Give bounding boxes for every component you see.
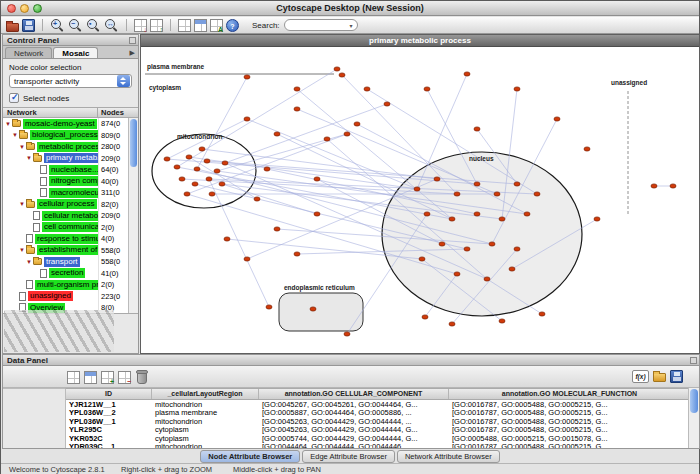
tab-edge-attribute-browser[interactable]: Edge Attribute Browser (302, 450, 395, 463)
formula-builder-icon[interactable]: f(x) (632, 370, 649, 383)
network-node[interactable] (670, 184, 676, 188)
network-node[interactable] (222, 161, 228, 165)
tree-row[interactable]: cellular metabo...209(0 (3, 210, 138, 222)
network-node[interactable] (439, 242, 445, 246)
network-node[interactable] (209, 192, 215, 196)
tree-row[interactable]: ▼biological_process809(0 (3, 130, 138, 142)
table-cell[interactable]: [GO:0044464, GO:0044444, GO:0044446, ... (259, 442, 449, 448)
network-node[interactable] (464, 247, 470, 251)
network-node[interactable] (514, 182, 520, 186)
color-attribute-dropdown[interactable]: transporter activity (9, 74, 132, 88)
unselect-all-attributes-icon[interactable] (84, 371, 97, 384)
network-node[interactable] (449, 217, 455, 221)
network-node[interactable] (206, 177, 212, 181)
select-nodes-checkbox[interactable] (9, 93, 19, 103)
network-node[interactable] (584, 147, 590, 151)
network-node[interactable] (224, 237, 230, 241)
expand-arrow-icon[interactable]: ▼ (19, 201, 25, 207)
network-node[interactable] (364, 87, 370, 91)
network-node[interactable] (264, 167, 270, 171)
tab-network[interactable]: Network (5, 47, 52, 58)
column-header[interactable]: _cellularLayoutRegion (152, 389, 259, 399)
first-neighbors-icon[interactable] (194, 19, 207, 32)
network-node[interactable] (324, 137, 330, 141)
network-node[interactable] (474, 127, 480, 131)
network-node[interactable] (294, 107, 300, 111)
open-session-icon[interactable] (6, 23, 19, 32)
network-node[interactable] (474, 182, 480, 186)
tab-mosaic[interactable]: Mosaic (53, 47, 98, 58)
network-node[interactable] (489, 242, 495, 246)
table-cell[interactable]: [GO:0016787, GO:0005488, GO:0005215, G..… (449, 442, 688, 448)
tree-row[interactable]: secretion41(0) (3, 268, 138, 280)
network-node[interactable] (244, 257, 250, 261)
expand-arrow-icon[interactable]: ▼ (19, 247, 25, 253)
network-node[interactable] (164, 157, 170, 161)
network-canvas[interactable]: plasma membranecytoplasmmitochondrionnuc… (141, 47, 699, 353)
float-panel-icon[interactable] (690, 357, 697, 364)
tree-scrollbar-thumb[interactable] (130, 119, 137, 167)
column-header[interactable]: ID (66, 389, 152, 399)
network-node[interactable] (194, 167, 200, 171)
network-node[interactable] (274, 227, 280, 231)
network-node[interactable] (499, 319, 505, 323)
network-node[interactable] (424, 212, 430, 216)
network-node[interactable] (314, 212, 320, 216)
network-node[interactable] (384, 102, 390, 106)
network-node[interactable] (651, 184, 657, 188)
network-node[interactable] (192, 182, 198, 186)
network-node[interactable] (484, 277, 490, 281)
network-node[interactable] (179, 177, 185, 181)
export-attributes-icon[interactable] (670, 370, 683, 383)
tree-row[interactable]: ▼mosaic-demo-yeast874(0 (3, 118, 138, 130)
annotation-icon[interactable]: A (210, 19, 223, 32)
network-node[interactable] (514, 87, 520, 91)
network-node[interactable] (454, 192, 460, 196)
network-node[interactable] (314, 177, 320, 181)
dropdown-arrows-icon[interactable] (117, 75, 130, 87)
network-edge[interactable] (177, 69, 337, 167)
network-node[interactable] (354, 122, 360, 126)
network-node[interactable] (509, 267, 515, 271)
search-input[interactable] (284, 19, 358, 31)
network-edge[interactable] (297, 109, 497, 194)
zoom-selected-icon[interactable]: ▪ (86, 18, 101, 33)
table-row[interactable]: YPL036W__2plasma membrane[GO:0005887, GO… (66, 409, 688, 418)
network-node[interactable] (499, 217, 505, 221)
tree-scrollbar[interactable] (128, 118, 138, 313)
network-node[interactable] (199, 147, 205, 151)
select-all-attributes-icon[interactable] (67, 371, 80, 384)
network-node[interactable] (334, 67, 340, 71)
tree-row[interactable]: response to stimul...4(0) (3, 233, 138, 245)
network-node[interactable] (310, 307, 316, 311)
tab-node-attribute-browser[interactable]: Node Attribute Browser (200, 450, 300, 463)
tree-row[interactable]: ▼metabolic process280(0 (3, 141, 138, 153)
zoom-window-icon[interactable] (33, 4, 42, 13)
network-node[interactable] (294, 252, 300, 256)
tree-row[interactable]: multi-organism pro...2(0) (3, 279, 138, 291)
table-scrollbar-thumb[interactable] (690, 389, 698, 413)
network-node[interactable] (424, 87, 430, 91)
expand-arrow-icon[interactable]: ▼ (12, 132, 18, 138)
expand-arrow-icon[interactable]: ▼ (26, 259, 32, 265)
zoom-out-icon[interactable]: − (68, 18, 83, 33)
network-edge[interactable] (342, 75, 457, 194)
table-row[interactable]: YLR295Ccytoplasm[GO:0045263, GO:0044429,… (66, 426, 688, 435)
zoom-fit-icon[interactable]: ↔ (104, 18, 119, 33)
tree-row[interactable]: unassigned223(0 (3, 291, 138, 303)
table-row[interactable]: YKR052Ccytoplasm[GO:0005744, GO:0044429,… (66, 434, 688, 443)
network-node[interactable] (414, 187, 420, 191)
table-cell[interactable]: mitochondrion (152, 442, 259, 448)
show-all-icon[interactable]: ↑ (150, 19, 163, 32)
network-node[interactable] (344, 132, 350, 136)
network-node[interactable] (184, 192, 190, 196)
search-dropdown-icon[interactable]: ▾ (350, 22, 353, 29)
minimize-window-icon[interactable] (20, 4, 29, 13)
column-header[interactable]: annotation.GO CELLULAR_COMPONENT (259, 389, 449, 399)
tree-column-network[interactable]: Network (3, 108, 98, 117)
network-node[interactable] (454, 272, 460, 276)
tab-scroll-right-icon[interactable]: ▶ (130, 49, 135, 57)
network-node[interactable] (422, 315, 428, 319)
tree-row[interactable]: nucleobase...64(0) (3, 164, 138, 176)
tree-row[interactable]: nitrogen compo...40(0) (3, 176, 138, 188)
